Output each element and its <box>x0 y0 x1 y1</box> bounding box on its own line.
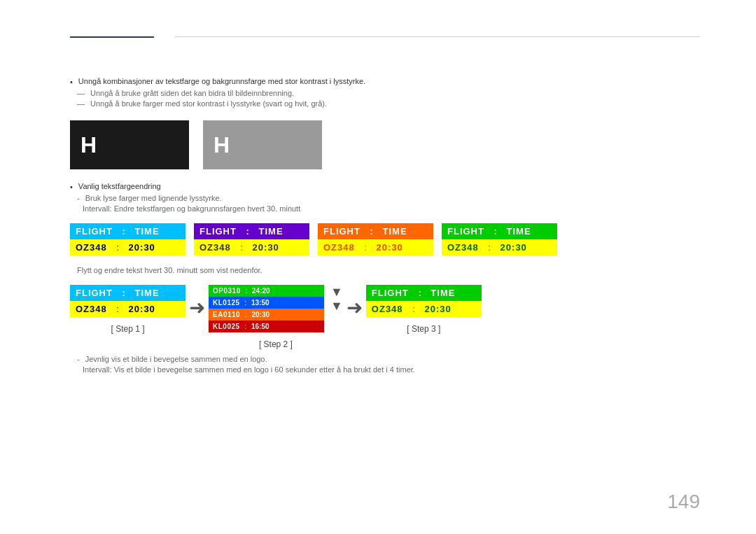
fsr-time-1: 24:20 <box>252 287 270 295</box>
step1-oz-time: 20:30 <box>129 304 155 314</box>
fsr-time-4: 16:50 <box>251 323 270 330</box>
top-rule-right <box>175 36 700 37</box>
fsr-row-4: KL0025 : 16:50 <box>209 321 324 332</box>
fsr-sep-3: : <box>243 311 248 318</box>
step1-widget: FLIGHT : TIME OZ348 : 20:30 <box>70 285 186 317</box>
fw2-top-colon: : <box>244 226 252 237</box>
fsr-sep-1: : <box>244 287 249 295</box>
fw4-oz-colon: : <box>486 242 493 253</box>
fw1-top-colon: : <box>120 226 128 237</box>
page-container: • Unngå kombinasjoner av tekstfarge og b… <box>0 0 756 534</box>
down-arrow-2: ▼ <box>330 300 343 312</box>
step-2-item: OP0310 : 24:20 KL0125 : 13:50 EA0110 : <box>209 285 343 349</box>
step1-fw-top: FLIGHT : TIME <box>70 285 186 301</box>
fw1-bottom: OZ348 : 20:30 <box>70 239 186 255</box>
fsr-time-2: 13:50 <box>251 299 270 307</box>
step3-widget: FLIGHT : TIME OZ348 : 20:30 <box>366 285 482 317</box>
step-1-label: [ Step 1 ] <box>111 324 144 334</box>
bullet-text-1: Unngå kombinasjoner av tekstfarge og bak… <box>78 77 365 85</box>
step3-flight-label: FLIGHT <box>372 288 409 298</box>
fw2-oz-time: 20:30 <box>253 242 279 253</box>
page-number: 149 <box>667 491 700 513</box>
bruk-item: - Bruk lyse farger med lignende lysstyrk… <box>77 194 700 202</box>
fw4-top: FLIGHT : TIME <box>442 223 557 239</box>
down-arrows: ▼ ▼ <box>330 286 343 312</box>
h-box-gray: H <box>203 120 322 169</box>
fsr-time-3: 20:30 <box>251 311 270 318</box>
step1-time-label: TIME <box>135 288 160 298</box>
fsr-row-3: EA0110 : 20:30 <box>209 309 324 321</box>
step3-fw-top: FLIGHT : TIME <box>366 285 482 301</box>
main-content: • Unngå kombinasjoner av tekstfarge og b… <box>70 77 700 374</box>
fw1-top: FLIGHT : TIME <box>70 223 186 239</box>
fw4-oz: OZ348 <box>447 242 479 253</box>
step3-top-colon: : <box>416 288 424 298</box>
fw2-flight-label: FLIGHT <box>200 226 237 237</box>
step-3-label: [ Step 3 ] <box>407 324 440 334</box>
dash-mark-3: - <box>77 194 80 202</box>
step3-oz: OZ348 <box>372 304 403 314</box>
step2-scroll-widget: OP0310 : 24:20 KL0125 : 13:50 EA0110 : <box>209 285 324 332</box>
fw3-bottom: OZ348 : 20:30 <box>318 239 433 255</box>
fw4-flight-label: FLIGHT <box>447 226 484 237</box>
bullet-dot: • <box>70 78 73 86</box>
bullet-item-1: • Unngå kombinasjoner av tekstfarge og b… <box>70 77 700 86</box>
fw3-oz-time: 20:30 <box>377 242 403 253</box>
h-box-black: H <box>70 120 189 169</box>
bottom-dash-1: - Jevnlig vis et bilde i bevegelse samme… <box>77 355 700 363</box>
bullet-dot-2: • <box>70 183 73 191</box>
sub-bullets: • Vanlig tekstfargeendring - Bruk lyse f… <box>70 182 700 213</box>
step3-oz-colon: : <box>410 304 418 314</box>
step1-flight-label: FLIGHT <box>76 288 113 298</box>
fw3-oz-colon: : <box>362 242 370 253</box>
fw1-oz: OZ348 <box>76 242 107 253</box>
step1-oz-colon: : <box>114 304 122 314</box>
bottom-dash-2: Intervall: Vis et bilde i bevegelse samm… <box>77 365 700 374</box>
bottom-dash-mark-1: - <box>77 355 80 363</box>
fw3-top-colon: : <box>368 226 376 237</box>
fsr-code-3: EA0110 <box>213 311 240 318</box>
bottom-dash-text-1: Jevnlig vis et bilde i bevegelse sammen … <box>85 355 267 363</box>
step3-oz-time: 20:30 <box>424 304 451 314</box>
fsr-code-4: KL0025 <box>213 323 240 330</box>
fw4-oz-time: 20:30 <box>500 242 527 253</box>
intervall-item: Intervall: Endre tekstfargen og bakgrunn… <box>77 204 700 213</box>
fsr-sep-4: : <box>243 323 248 330</box>
fsr-code-1: OP0310 <box>213 287 241 295</box>
bottom-bullets: - Jevnlig vis et bilde i bevegelse samme… <box>70 355 700 374</box>
dash-note-flytt: Flytt og endre tekst hvert 30. minutt so… <box>77 266 700 274</box>
intervall-text: Intervall: Endre tekstfargen og bakgrunn… <box>83 204 300 213</box>
down-arrow-1: ▼ <box>330 286 343 298</box>
step-1-item: FLIGHT : TIME OZ348 : 20:30 [ Step 1 ] <box>70 285 186 334</box>
dash-mark-2: — <box>77 99 85 108</box>
dash-text-2: Unngå å bruke farger med stor kontrast i… <box>90 99 327 108</box>
step1-top-colon: : <box>120 288 128 298</box>
h-letter-gray: H <box>214 132 230 158</box>
flight-widget-row: FLIGHT : TIME OZ348 : 20:30 FLIGHT : TIM… <box>70 223 700 255</box>
fw2-oz-colon: : <box>238 242 246 253</box>
dash-item-1: — Unngå å bruke grått siden det kan bidr… <box>77 89 700 97</box>
flight-widget-1: FLIGHT : TIME OZ348 : 20:30 <box>70 223 186 255</box>
bottom-dash-text-2: Intervall: Vis et bilde i bevegelse samm… <box>83 365 415 374</box>
fsr-row-1: OP0310 : 24:20 <box>209 285 324 297</box>
step1-oz: OZ348 <box>76 304 107 314</box>
top-rule-left <box>70 36 154 38</box>
fsr-row-2: KL0125 : 13:50 <box>209 297 324 309</box>
fw1-oz-colon: : <box>114 242 122 253</box>
step-section: FLIGHT : TIME OZ348 : 20:30 [ Step 1 ] <box>70 285 700 349</box>
fw4-time-label: TIME <box>507 226 531 237</box>
h-letter-black: H <box>80 132 97 158</box>
fw2-top: FLIGHT : TIME <box>194 223 309 239</box>
fw3-oz: OZ348 <box>323 242 355 253</box>
fsr-code-2: KL0125 <box>213 299 240 307</box>
fw1-oz-time: 20:30 <box>129 242 155 253</box>
fw2-oz: OZ348 <box>200 242 231 253</box>
fw4-bottom: OZ348 : 20:30 <box>442 239 557 255</box>
fw1-time-label: TIME <box>135 226 160 237</box>
dash-text-1: Unngå å bruke grått siden det kan bidra … <box>90 89 294 97</box>
step-2-label: [ Step 2 ] <box>259 339 293 349</box>
flight-widget-4: FLIGHT : TIME OZ348 : 20:30 <box>442 223 557 255</box>
vanlig-item: • Vanlig tekstfargeendring <box>70 182 700 191</box>
step-3-item: FLIGHT : TIME OZ348 : 20:30 [ Step 3 ] <box>366 285 482 334</box>
fw4-top-colon: : <box>491 226 500 237</box>
